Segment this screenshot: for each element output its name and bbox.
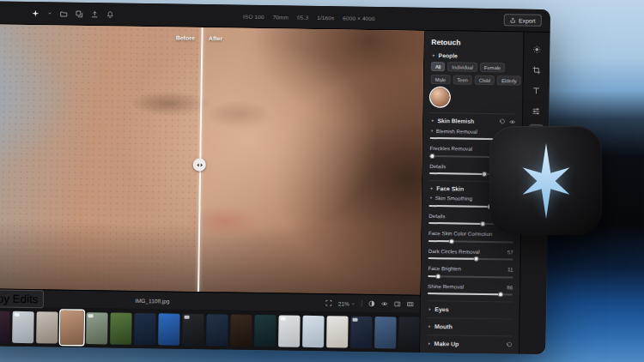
slider-label: Details: [429, 162, 446, 168]
filmstrip-thumbnail[interactable]: [302, 315, 325, 347]
eye-icon[interactable]: [508, 118, 515, 125]
chevron-down-icon: [351, 301, 355, 305]
slider-face-brighten: Face Brighten11: [428, 265, 513, 278]
bell-icon[interactable]: [106, 10, 114, 18]
slider-knob[interactable]: [498, 292, 503, 297]
caret-right-icon: [428, 307, 433, 312]
slider-knob[interactable]: [429, 153, 434, 158]
slider-value: 11: [507, 266, 513, 272]
slider-track[interactable]: [428, 257, 513, 260]
slider-label: Details: [428, 212, 445, 218]
filmstrip-thumbnail-selected[interactable]: [60, 311, 84, 345]
albums-icon[interactable]: [76, 9, 83, 17]
section-label: Eyes: [434, 306, 448, 312]
panel-ic-icon[interactable]: [394, 300, 401, 307]
filmstrip-thumbnail[interactable]: [230, 314, 252, 346]
before-label: Before: [176, 35, 195, 41]
filmstrip-thumbnail[interactable]: [374, 317, 397, 348]
split-icon[interactable]: [368, 300, 375, 307]
people-filter-individual[interactable]: Individual: [447, 62, 477, 72]
slider-track[interactable]: [428, 239, 513, 242]
people-filter-child[interactable]: Child: [475, 75, 495, 85]
face-avatar[interactable]: [430, 87, 449, 106]
slider-track[interactable]: [428, 293, 513, 295]
photo-canvas[interactable]: Before After: [0, 24, 424, 295]
logo-star-icon[interactable]: [32, 9, 39, 17]
copy-edits-button[interactable]: Copy Edits: [0, 289, 44, 308]
thumbnail-badge: [15, 312, 20, 316]
filmstrip-thumbnail[interactable]: [326, 316, 349, 347]
caret-down-icon: [430, 118, 435, 124]
slider-knob[interactable]: [474, 256, 479, 262]
exif-segment: 1/160s: [317, 15, 334, 21]
crop-icon: [532, 65, 541, 74]
view-icon-group: [368, 300, 401, 308]
divider-handle[interactable]: [193, 159, 206, 172]
exif-segment: f/5.3: [297, 14, 308, 20]
undo-icon[interactable]: [499, 118, 506, 125]
filmstrip-thumbnail[interactable]: [278, 315, 301, 347]
skin-blemish-section-header[interactable]: Skin Blemish: [430, 118, 515, 125]
section-eyes[interactable]: Eyes: [428, 300, 513, 318]
chevron-down-icon[interactable]: [47, 10, 52, 15]
section-mouth[interactable]: Mouth: [427, 317, 512, 335]
slider-track[interactable]: [428, 275, 513, 277]
zoom-level: 21%: [338, 300, 349, 306]
people-filter-all[interactable]: All: [431, 62, 446, 71]
slider-knob[interactable]: [449, 238, 454, 244]
filmstrip-thumbnail[interactable]: [158, 313, 180, 345]
section-label: Make Up: [434, 341, 459, 347]
filmstrip-thumbnail[interactable]: [182, 313, 204, 345]
slider-dark-circles-removal: Dark Circles Removal57: [428, 247, 513, 260]
slider-value: 86: [507, 284, 513, 290]
filmstrip-thumbnail[interactable]: [206, 314, 228, 346]
filmstrip-toggle-icon[interactable]: [407, 301, 414, 308]
export-label: Export: [519, 17, 536, 23]
slider-knob[interactable]: [435, 274, 440, 279]
section-make-up[interactable]: Make Up: [427, 335, 512, 353]
tool-sliders[interactable]: [530, 105, 543, 118]
people-section-header[interactable]: People: [431, 52, 516, 59]
slider-fill: [428, 222, 483, 225]
tool-text-tool[interactable]: [530, 84, 543, 97]
divider: [361, 300, 362, 307]
slider-value: 57: [507, 249, 513, 255]
arrows-lr-icon: [197, 161, 204, 168]
thumbnail-badge: [281, 317, 286, 320]
people-filter-row-1: AllIndividualFemale: [431, 62, 516, 72]
exif-segment: 6000 × 4000: [343, 15, 375, 21]
eye-icon[interactable]: [381, 300, 388, 307]
folder-icon[interactable]: [60, 9, 68, 17]
slider-fill: [429, 204, 490, 207]
evoto-app-icon: [489, 126, 602, 235]
export-button[interactable]: Export: [504, 14, 542, 27]
people-filter-female[interactable]: Female: [480, 63, 506, 72]
slider-label: Blemish Removal: [436, 128, 477, 135]
filmstrip-thumbnail[interactable]: [134, 312, 156, 344]
filmstrip-thumbnail[interactable]: [254, 314, 276, 346]
filmstrip-thumbnail[interactable]: [12, 311, 34, 342]
zoom-dropdown[interactable]: 21%: [338, 300, 355, 306]
exif-segment: 70mm: [273, 14, 289, 20]
slider-label: Face Brighten: [428, 265, 461, 272]
exif-info: ISO 10070mmf/5.31/160s6000 × 4000: [243, 13, 375, 21]
filmstrip-thumbnail[interactable]: [36, 311, 58, 343]
slider-knob[interactable]: [481, 221, 486, 226]
tool-crop[interactable]: [530, 63, 543, 76]
slider-label: Skin Smoothing: [435, 195, 472, 202]
slider-knob[interactable]: [482, 172, 487, 177]
filmstrip-thumbnail[interactable]: [110, 312, 132, 344]
filmstrip-thumbnail[interactable]: [398, 317, 420, 348]
tool-magic[interactable]: [531, 43, 544, 56]
fit-screen-icon[interactable]: [325, 299, 332, 306]
people-filter-elderly[interactable]: Elderly: [497, 75, 521, 85]
slider-label: Freckles Removal: [429, 145, 472, 152]
people-filter-teen[interactable]: Teen: [453, 75, 472, 84]
filmstrip-thumbnail[interactable]: [350, 316, 373, 347]
undo-icon[interactable]: [506, 341, 513, 348]
caret-right-icon: [429, 196, 434, 200]
filmstrip-thumbnail[interactable]: [86, 312, 108, 344]
people-filter-male[interactable]: Male: [431, 75, 451, 84]
upload-icon[interactable]: [91, 10, 99, 18]
filmstrip-thumbnail[interactable]: [0, 311, 10, 342]
